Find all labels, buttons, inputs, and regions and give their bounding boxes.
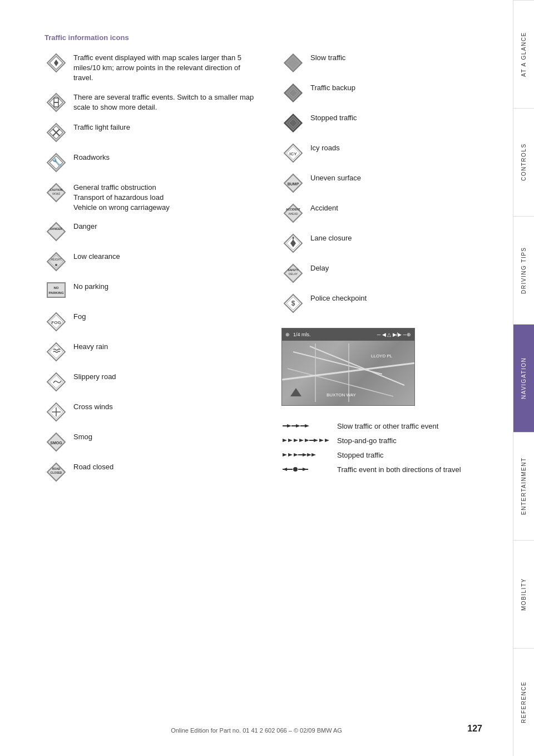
list-item: Stopped traffic xyxy=(281,112,496,134)
danger-icon: DANGER xyxy=(44,222,68,242)
svg-marker-76 xyxy=(290,388,301,396)
svg-text:ICY: ICY xyxy=(289,151,297,156)
police-icon: $ xyxy=(281,293,305,313)
list-item: SAFETY DELAY Delay xyxy=(281,262,496,284)
traffic-backup-icon xyxy=(281,83,305,103)
svg-marker-90 xyxy=(319,439,324,442)
svg-marker-5 xyxy=(54,98,58,102)
svg-marker-19 xyxy=(47,253,65,271)
legend-item: Slow traffic or other traffic event xyxy=(281,421,496,430)
slow-line-label: Slow traffic or other traffic event xyxy=(337,422,438,430)
stopped-line-label: Stopped traffic xyxy=(337,451,384,459)
svg-text:CLOSED: CLOSED xyxy=(51,471,62,474)
sidebar-section-mobility[interactable]: MOBILITY xyxy=(513,540,534,648)
svg-text:SAFETY: SAFETY xyxy=(288,268,299,272)
svg-text:DANGER: DANGER xyxy=(50,227,62,230)
sidebar-section-controls[interactable]: CONTROLS xyxy=(513,108,534,216)
svg-marker-86 xyxy=(299,439,304,442)
svg-marker-80 xyxy=(296,424,300,428)
list-item: ACCIDENT AHEAD Accident xyxy=(281,202,496,224)
road-closed-icon: ROAD CLOSED xyxy=(44,462,68,482)
traffic-light-label: Traffic light failure xyxy=(73,121,130,132)
traffic-backup-label: Traffic backup xyxy=(310,82,355,93)
right-sidebar: AT A GLANCE CONTROLS DRIVING TIPS NAVIGA… xyxy=(513,0,534,756)
crosswind-label: Cross winds xyxy=(73,401,113,412)
svg-marker-42 xyxy=(284,54,302,72)
list-item: Slow traffic xyxy=(281,52,496,74)
accident-label: Accident xyxy=(310,202,338,213)
list-item: Slippery road xyxy=(44,371,259,393)
list-item: BUMP Uneven surface xyxy=(281,172,496,194)
sidebar-section-entertainment[interactable]: ENTERTAINMENT xyxy=(513,432,534,540)
uneven-icon: BUMP xyxy=(281,173,305,193)
svg-marker-96 xyxy=(303,453,307,456)
svg-marker-60 xyxy=(290,239,296,247)
slow-traffic-icon xyxy=(281,53,305,73)
svg-marker-98 xyxy=(312,453,316,456)
stopgo-line-icon xyxy=(281,436,332,445)
svg-marker-87 xyxy=(305,439,309,442)
legend-item: Traffic event in both directions of trav… xyxy=(281,465,496,474)
svg-text:HEIGHT: HEIGHT xyxy=(51,258,62,261)
map-body: LLOYD PL BUXTON WAY xyxy=(282,341,414,406)
svg-text:SMOG: SMOG xyxy=(50,441,62,445)
icy-roads-icon: ICY xyxy=(281,143,305,163)
stopped-line-icon xyxy=(281,450,332,459)
svg-marker-103 xyxy=(303,468,307,471)
svg-marker-93 xyxy=(288,453,293,456)
sidebar-section-navigation[interactable]: NAVIGATION xyxy=(513,324,534,432)
left-column: Traffic event displayed with map scales … xyxy=(44,52,259,491)
sidebar-section-driving-tips[interactable]: DRIVING TIPS xyxy=(513,216,534,324)
list-item: CAUTION VKWZ General traffic obstruction… xyxy=(44,181,259,213)
delay-icon: SAFETY DELAY xyxy=(281,263,305,283)
slow-traffic-label: Slow traffic xyxy=(310,52,345,63)
list-item: DANGER Danger xyxy=(44,220,259,243)
sidebar-section-reference[interactable]: REFERENCE xyxy=(513,648,534,756)
svg-marker-47 xyxy=(284,114,302,132)
heavy-rain-label: Heavy rain xyxy=(73,341,108,352)
danger-label: Danger xyxy=(73,220,97,232)
lane-closure-label: Lane closure xyxy=(310,232,352,243)
list-item: NO PARKING No parking xyxy=(44,281,259,303)
list-item: ICY Icy roads xyxy=(281,142,496,164)
page-container: Traffic information icons Traffic event … xyxy=(0,0,534,756)
map-toolbar: ⊕ 1/4 mls. ─ ◀ △ ▶/▶ ─⊕ xyxy=(282,328,414,341)
crosswind-icon xyxy=(44,402,68,422)
roadworks-label: Roadworks xyxy=(73,151,110,163)
list-item: $ Police checkpoint xyxy=(281,292,496,315)
map-image: ⊕ 1/4 mls. ─ ◀ △ ▶/▶ ─⊕ LLOYD PL xyxy=(281,328,415,406)
svg-text:ROAD: ROAD xyxy=(52,467,61,470)
svg-marker-92 xyxy=(283,453,287,456)
footer-text: Online Edition for Part no. 01 41 2 602 … xyxy=(0,727,513,734)
svg-marker-91 xyxy=(325,439,329,442)
heavy-rain-icon xyxy=(44,342,68,362)
svg-text:AHEAD: AHEAD xyxy=(288,212,298,215)
slippery-icon xyxy=(44,372,68,392)
svg-text:NO: NO xyxy=(54,286,59,289)
svg-rect-23 xyxy=(47,283,65,297)
svg-point-101 xyxy=(293,467,298,472)
sidebar-section-at-a-glance[interactable]: AT A GLANCE xyxy=(513,0,534,108)
svg-marker-83 xyxy=(283,439,287,442)
svg-text:DELAY: DELAY xyxy=(289,272,298,276)
svg-marker-6 xyxy=(54,102,58,107)
both-dir-label: Traffic event in both directions of trav… xyxy=(337,465,461,474)
fog-label: Fog xyxy=(73,311,86,322)
accident-icon: ACCIDENT AHEAD xyxy=(281,203,305,223)
traffic-light-icon xyxy=(44,122,68,143)
legend-item: Stop-and-go traffic xyxy=(281,436,496,445)
svg-marker-2 xyxy=(54,60,58,66)
both-dir-icon xyxy=(281,465,332,474)
low-clearance-label: Low clearance xyxy=(73,251,120,262)
svg-marker-94 xyxy=(294,453,298,456)
list-item: Traffic light failure xyxy=(44,121,259,144)
svg-text:BUMP: BUMP xyxy=(288,182,299,186)
svg-marker-97 xyxy=(307,453,312,456)
list-item: HEIGHT Low clearance xyxy=(44,251,259,273)
svg-text:PARKING: PARKING xyxy=(48,291,64,294)
stopgo-line-label: Stop-and-go traffic xyxy=(337,436,397,445)
svg-marker-82 xyxy=(305,424,309,428)
right-column: Slow traffic Traffic backup xyxy=(281,52,496,491)
list-item: Cross winds xyxy=(44,401,259,423)
stopped-traffic-label: Stopped traffic xyxy=(310,112,357,123)
